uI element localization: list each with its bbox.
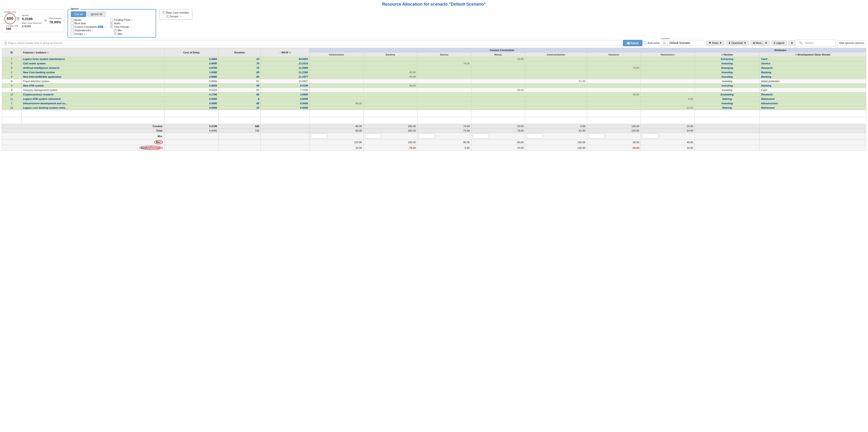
base-case-groups-arrow[interactable]: » bbox=[180, 15, 181, 18]
risks-checkbox[interactable]: ✓ bbox=[110, 22, 113, 25]
table-row: 7Legacy forex system maintenance0.446410… bbox=[2, 57, 866, 61]
more-button[interactable]: ⊞ More... ▼ bbox=[750, 40, 770, 46]
total-asset: 81.00 bbox=[525, 128, 587, 133]
ignore-min[interactable]: ✓ Min bbox=[110, 29, 132, 32]
min-money-input[interactable] bbox=[473, 134, 489, 139]
search-container[interactable]: 🔍 bbox=[797, 39, 836, 47]
min-retirement-input[interactable] bbox=[642, 134, 658, 139]
ignore-custom-constraints[interactable]: Custom Constraints 5+7 » bbox=[71, 25, 105, 28]
table-row-empty bbox=[2, 117, 866, 124]
dvs-filter-icon[interactable]: ≡ bbox=[795, 53, 797, 56]
retirement-sort-icon[interactable]: ≡ bbox=[674, 53, 675, 56]
min-infra-input[interactable] bbox=[311, 134, 327, 139]
effectiveness-label: Effectiveness bbox=[49, 17, 62, 20]
max-checkbox[interactable]: ✓ bbox=[114, 32, 117, 35]
filter-icon[interactable]: ≡ bbox=[721, 53, 722, 56]
total-retirement: 24.00 bbox=[641, 128, 694, 133]
must-nots-checkbox[interactable] bbox=[71, 22, 74, 25]
base-max-value: 6.6085 bbox=[22, 25, 42, 28]
wsjf-sort-icon[interactable]: ≡ bbox=[289, 51, 290, 54]
th-attributes: Attributes bbox=[694, 48, 866, 53]
funding-pools-arrow[interactable]: » bbox=[131, 19, 132, 21]
surplus-research: -45.00 bbox=[587, 145, 641, 151]
custom-constraints-badge: 5+7 bbox=[98, 26, 103, 28]
drag-hint: 📋 Drag a column header here to group by … bbox=[2, 40, 621, 46]
surplus-money: 70.00 bbox=[471, 145, 525, 151]
upload-button[interactable]: ⬆ bbox=[788, 40, 796, 46]
funding-pools-checkbox[interactable] bbox=[110, 19, 113, 21]
dependencies-arrow[interactable]: » bbox=[92, 29, 93, 32]
table-row: 11Legacy ATM system retirement0.000080.0… bbox=[2, 97, 866, 101]
upload-icon: ⬆ bbox=[791, 41, 793, 45]
ignore-dependencies[interactable]: Dependencies » bbox=[71, 29, 105, 32]
scenario-copy-button[interactable]: 📋 bbox=[661, 40, 668, 46]
auto-solve-container: Auto-solve bbox=[644, 41, 660, 44]
surplus-circle-label: Surplus/Shortage: bbox=[140, 146, 163, 150]
max-banking: 190.00 bbox=[363, 140, 417, 145]
total-service: 74.00 bbox=[417, 128, 471, 133]
time-periods-arrow[interactable]: » bbox=[130, 26, 131, 28]
table-row: 3New ATM system0.8659969.019696.00Invest… bbox=[2, 84, 866, 88]
funded-infra: 88.00 bbox=[309, 124, 363, 128]
table-row-empty bbox=[2, 110, 866, 117]
table-row: 9Artificial intelligence research0.87007… bbox=[2, 66, 866, 70]
ignore-musts[interactable]: Musts bbox=[71, 19, 105, 21]
th-asset-protection: Asset protection bbox=[525, 53, 587, 57]
time-periods-checkbox[interactable]: ✓ bbox=[110, 25, 113, 28]
max-retirement: 40.00 bbox=[641, 140, 694, 145]
total-research: 125.00 bbox=[587, 128, 641, 133]
min-asset-input[interactable] bbox=[527, 134, 543, 139]
table-row: 2New Core banking system1.00008911.23608… bbox=[2, 70, 866, 75]
min-banking-input[interactable] bbox=[365, 134, 381, 139]
total-money: 79.00 bbox=[471, 128, 525, 133]
ignore-groups[interactable]: Groups » bbox=[71, 32, 105, 35]
ignore-risks[interactable]: ✓ Risks bbox=[110, 22, 132, 25]
search-input[interactable] bbox=[803, 40, 834, 45]
th-money: Money bbox=[471, 53, 525, 57]
custom-constraints-arrow[interactable]: » bbox=[104, 26, 105, 28]
budget-circle: 600 bbox=[4, 13, 16, 24]
min-research-input[interactable] bbox=[588, 134, 605, 139]
th-wsjf: ↓ WSJF ≡ bbox=[261, 48, 309, 57]
footer-min-row: Min: bbox=[2, 133, 866, 140]
ignore-must-nots[interactable]: Must Nots bbox=[71, 22, 105, 25]
ignore-max[interactable]: ✓ Max bbox=[110, 32, 132, 35]
surplus-retirement: 16.00 bbox=[641, 145, 694, 151]
risks-dropdown-icon: ▼ bbox=[719, 41, 722, 44]
min-service-input[interactable] bbox=[419, 134, 435, 139]
musts-checkbox[interactable] bbox=[71, 19, 74, 21]
custom-constraints-checkbox[interactable] bbox=[71, 25, 74, 28]
th-cost-of-delay: Cost of Delay bbox=[164, 48, 218, 57]
ignore-all-button[interactable]: Ignore all bbox=[87, 11, 105, 17]
use-all-button[interactable]: Use all bbox=[71, 11, 87, 17]
download-dropdown-icon: ▼ bbox=[744, 41, 746, 44]
total-banking: 265.00 bbox=[363, 128, 417, 133]
table-row: 5Call center system0.96957413.101074.00I… bbox=[2, 61, 866, 66]
search-icon: 🔍 bbox=[799, 41, 803, 45]
feature-sort-icon[interactable]: ≡ bbox=[47, 51, 49, 54]
table-row: 6Treasury management system0.5329697.723… bbox=[2, 88, 866, 92]
solve-button[interactable]: ▦ Solve bbox=[623, 40, 643, 46]
table-row: 1Infrastructure development and su...0.0… bbox=[2, 101, 866, 106]
scenario-select[interactable]: Default Scenario bbox=[668, 40, 705, 46]
dependencies-checkbox[interactable] bbox=[71, 29, 74, 32]
risks-button[interactable]: ⚑ Risks ▼ bbox=[706, 40, 724, 46]
surplus-service: 6.00 bbox=[417, 145, 471, 151]
ignore-funding-pools[interactable]: Funding Pools » bbox=[110, 19, 132, 21]
total-infra: 88.00 bbox=[309, 128, 363, 133]
page-title: Resource Allocation for scenario "Defaul… bbox=[2, 2, 866, 7]
max-circle-label: Max: bbox=[154, 140, 163, 144]
auto-solve-checkbox[interactable] bbox=[644, 41, 647, 44]
legend-button[interactable]: ℹ Legend bbox=[771, 40, 787, 46]
groups-checkbox[interactable] bbox=[71, 32, 74, 35]
groups-arrow[interactable]: » bbox=[84, 33, 85, 35]
table-container: ID Features / enablers ≡ Cost of Delay D… bbox=[2, 48, 866, 151]
auto-solve-label: Auto-solve bbox=[648, 41, 660, 44]
total-label: Total: bbox=[2, 128, 164, 133]
min-checkbox[interactable]: ✓ bbox=[114, 29, 117, 32]
base-max-label: Base Case Maximum bbox=[22, 22, 42, 24]
ignore-time-periods[interactable]: ✓ Time Periods » bbox=[110, 25, 132, 28]
download-button[interactable]: ⬇ Download ▼ bbox=[726, 40, 749, 46]
table-row: 12Legacy core banking system retire...0.… bbox=[2, 106, 866, 110]
funded-money: 10.00 bbox=[471, 124, 525, 128]
